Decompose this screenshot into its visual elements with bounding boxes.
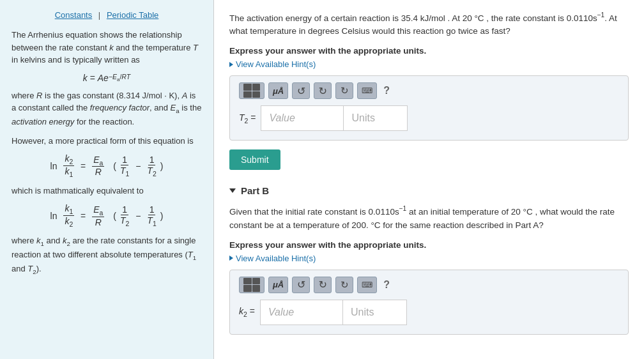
units-selector-part-a[interactable]: Units: [344, 105, 408, 131]
hint-label: View Available Hint(s): [236, 59, 316, 69]
input-row-part-b: k2 = Value Units: [239, 300, 619, 325]
part-b-arrow-icon: [229, 188, 236, 193]
value-input-part-a[interactable]: Value: [261, 105, 344, 131]
refresh-button[interactable]: ↻: [335, 82, 353, 99]
practical-text: However, a more practical form of this e…: [12, 135, 202, 148]
mu-button[interactable]: μÅ: [268, 82, 288, 99]
intro-text: The Arrhenius equation shows the relatio…: [12, 29, 202, 66]
refresh-button-b[interactable]: ↻: [335, 277, 353, 293]
refresh-icon: ↻: [341, 85, 349, 96]
equation3: ln k1 k2 = Ea R ( 1 T2 − 1 T1 ): [12, 203, 202, 228]
redo-icon: ↺: [319, 85, 327, 97]
toolbar-part-a: μÅ ↺ ↺ ↻ ⌨ ?: [239, 82, 619, 99]
part-b-hint-label: View Available Hint(s): [236, 254, 316, 263]
part-b-hint-arrow-icon: [229, 256, 233, 261]
redo-icon-b: ↺: [319, 279, 327, 291]
left-panel: Constants | Periodic Table The Arrhenius…: [0, 0, 214, 359]
undo-icon: ↺: [297, 85, 305, 97]
units-placeholder-a: Units: [351, 112, 374, 124]
equivalent-text: which is mathmatically equivalent to: [12, 185, 202, 197]
part-b-title: Part B: [241, 185, 269, 196]
problem-text: The activation energy of a certain react…: [229, 10, 629, 38]
t2-label: T2 =: [239, 112, 256, 125]
question-button-b[interactable]: ?: [381, 279, 392, 291]
description-text: where R is the gas constant (8.314 J/mol…: [12, 89, 202, 128]
question-button[interactable]: ?: [381, 85, 392, 96]
equation1: k = Ae−Ea/RT: [12, 73, 202, 83]
refresh-icon-b: ↻: [341, 279, 349, 291]
keyboard-icon-b: ⌨: [362, 280, 372, 289]
mu-button-b[interactable]: μÅ: [268, 277, 288, 293]
submit-button[interactable]: Submit: [229, 149, 280, 170]
redo-button[interactable]: ↺: [314, 82, 332, 99]
toolbar-part-b: μÅ ↺ ↺ ↻ ⌨ ?: [239, 277, 619, 293]
express-answer-label: Express your answer with the appropriate…: [229, 46, 629, 56]
grid-icon-b: [243, 278, 260, 292]
footer-text: where k1 and k2 are the rate constants f…: [12, 234, 202, 277]
links-separator: |: [98, 10, 100, 20]
value-input-part-b[interactable]: Value: [260, 300, 343, 325]
keyboard-button-b[interactable]: ⌨: [357, 277, 377, 293]
input-row-part-a: T2 = Value Units: [239, 105, 619, 131]
answer-box-part-b: μÅ ↺ ↺ ↻ ⌨ ? k2 = Value Units: [229, 270, 629, 335]
answer-box-part-a: μÅ ↺ ↺ ↻ ⌨ ? T2 = Value Units: [229, 75, 629, 141]
value-placeholder-b: Value: [268, 307, 294, 318]
undo-button-b[interactable]: ↺: [292, 277, 310, 293]
grid-button[interactable]: [239, 82, 264, 99]
grid-button-b[interactable]: [239, 277, 264, 293]
periodic-table-link[interactable]: Periodic Table: [107, 10, 158, 20]
part-b-express-label: Express your answer with the appropriate…: [229, 240, 629, 250]
k2-label: k2 =: [239, 306, 255, 318]
units-placeholder-b: Units: [351, 307, 374, 318]
undo-button[interactable]: ↺: [292, 82, 310, 99]
redo-button-b[interactable]: ↺: [314, 277, 332, 293]
value-placeholder-a: Value: [269, 112, 295, 124]
keyboard-button[interactable]: ⌨: [357, 82, 377, 99]
right-panel: The activation energy of a certain react…: [214, 0, 644, 359]
grid-icon: [243, 84, 260, 98]
hint-toggle[interactable]: View Available Hint(s): [229, 59, 629, 69]
part-b-hint-toggle[interactable]: View Available Hint(s): [229, 254, 629, 263]
links-row: Constants | Periodic Table: [12, 10, 202, 20]
part-b-header: Part B: [229, 185, 629, 196]
constants-link[interactable]: Constants: [55, 10, 93, 20]
hint-arrow-icon: [229, 62, 233, 67]
units-selector-part-b[interactable]: Units: [343, 300, 407, 325]
part-b-problem-text: Given that the initial rate constant is …: [229, 204, 629, 232]
equation2: ln k2 k1 = Ea R ( 1 T1 − 1 T2 ): [12, 153, 202, 178]
keyboard-icon: ⌨: [362, 86, 372, 95]
undo-icon-b: ↺: [297, 279, 305, 291]
